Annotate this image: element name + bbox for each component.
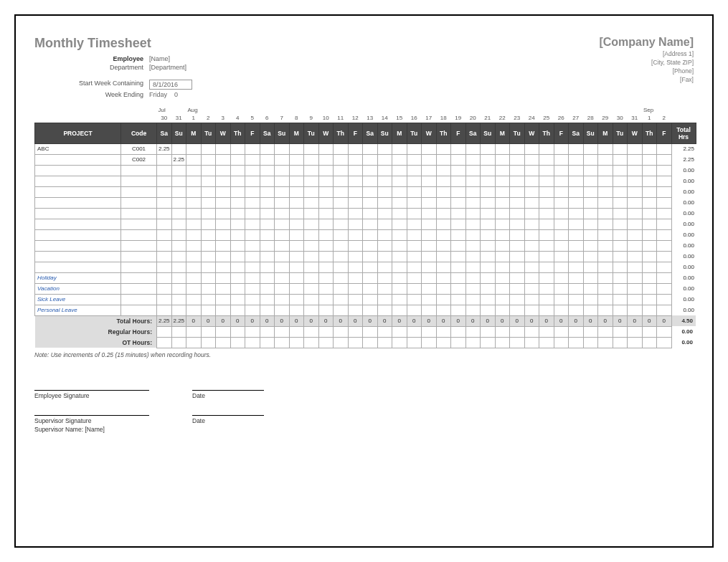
- hours-cell[interactable]: [642, 143, 657, 154]
- hours-cell[interactable]: [304, 240, 319, 251]
- hours-cell[interactable]: [363, 219, 378, 229]
- hours-cell[interactable]: [465, 165, 481, 176]
- hours-cell[interactable]: [245, 272, 260, 283]
- sum-cell[interactable]: [422, 337, 437, 348]
- hours-cell[interactable]: [539, 219, 554, 229]
- hours-cell[interactable]: [304, 294, 319, 305]
- hours-cell[interactable]: [186, 165, 202, 176]
- hours-cell[interactable]: [554, 186, 569, 197]
- hours-cell[interactable]: [524, 176, 539, 186]
- hours-cell[interactable]: [171, 229, 186, 240]
- hours-cell[interactable]: [554, 240, 569, 251]
- hours-cell[interactable]: [304, 262, 319, 272]
- hours-cell[interactable]: [642, 219, 657, 229]
- hours-cell[interactable]: [245, 283, 260, 294]
- hours-cell[interactable]: [554, 165, 569, 176]
- hours-cell[interactable]: [245, 294, 260, 305]
- hours-cell[interactable]: [157, 197, 172, 208]
- hours-cell[interactable]: [465, 154, 481, 165]
- hours-cell[interactable]: [539, 305, 554, 315]
- code-cell[interactable]: [121, 294, 157, 305]
- sum-cell[interactable]: [275, 326, 290, 337]
- hours-cell[interactable]: [613, 294, 628, 305]
- hours-cell[interactable]: [377, 294, 392, 305]
- hours-cell[interactable]: [304, 283, 319, 294]
- hours-cell[interactable]: [613, 272, 628, 283]
- project-cell[interactable]: [35, 229, 121, 240]
- hours-cell[interactable]: [569, 154, 584, 165]
- hours-cell[interactable]: [495, 176, 510, 186]
- hours-cell[interactable]: [407, 262, 422, 272]
- hours-cell[interactable]: [363, 283, 378, 294]
- hours-cell[interactable]: [334, 208, 349, 219]
- hours-cell[interactable]: [363, 262, 378, 272]
- hours-cell[interactable]: [407, 229, 422, 240]
- hours-cell[interactable]: [554, 208, 569, 219]
- hours-cell[interactable]: [465, 197, 481, 208]
- sum-cell[interactable]: [318, 337, 334, 348]
- hours-cell[interactable]: [245, 154, 260, 165]
- hours-cell[interactable]: [539, 186, 554, 197]
- hours-cell[interactable]: [510, 165, 525, 176]
- hours-cell[interactable]: [245, 208, 260, 219]
- hours-cell[interactable]: [201, 197, 216, 208]
- hours-cell[interactable]: [186, 305, 202, 315]
- hours-cell[interactable]: [436, 143, 451, 154]
- sum-cell[interactable]: [216, 337, 231, 348]
- hours-cell[interactable]: [363, 197, 378, 208]
- hours-cell[interactable]: [422, 251, 437, 262]
- project-cell[interactable]: Personal Leave: [35, 305, 121, 315]
- hours-cell[interactable]: [318, 219, 334, 229]
- hours-cell[interactable]: [481, 143, 496, 154]
- hours-cell[interactable]: [569, 186, 584, 197]
- hours-cell[interactable]: [201, 154, 216, 165]
- hours-cell[interactable]: [436, 283, 451, 294]
- hours-cell[interactable]: [628, 294, 643, 305]
- hours-cell[interactable]: [598, 219, 613, 229]
- hours-cell[interactable]: [230, 197, 245, 208]
- hours-cell[interactable]: [201, 143, 216, 154]
- hours-cell[interactable]: [260, 176, 275, 186]
- hours-cell[interactable]: [481, 165, 496, 176]
- hours-cell[interactable]: [318, 272, 334, 283]
- hours-cell[interactable]: [465, 219, 481, 229]
- hours-cell[interactable]: [451, 143, 466, 154]
- hours-cell[interactable]: [598, 294, 613, 305]
- hours-cell[interactable]: [524, 283, 539, 294]
- hours-cell[interactable]: [524, 305, 539, 315]
- hours-cell[interactable]: [275, 272, 290, 283]
- hours-cell[interactable]: [348, 283, 363, 294]
- hours-cell[interactable]: [465, 143, 481, 154]
- hours-cell[interactable]: [392, 283, 407, 294]
- hours-cell[interactable]: [304, 208, 319, 219]
- hours-cell[interactable]: [230, 143, 245, 154]
- hours-cell[interactable]: [392, 154, 407, 165]
- hours-cell[interactable]: [569, 176, 584, 186]
- hours-cell[interactable]: [348, 176, 363, 186]
- hours-cell[interactable]: [436, 272, 451, 283]
- hours-cell[interactable]: [451, 176, 466, 186]
- sum-cell[interactable]: [157, 326, 172, 337]
- hours-cell[interactable]: [157, 154, 172, 165]
- hours-cell[interactable]: [657, 283, 672, 294]
- hours-cell[interactable]: [598, 251, 613, 262]
- hours-cell[interactable]: [318, 305, 334, 315]
- project-cell[interactable]: Vacation: [35, 283, 121, 294]
- hours-cell[interactable]: [348, 305, 363, 315]
- hours-cell[interactable]: [598, 208, 613, 219]
- hours-cell[interactable]: [304, 165, 319, 176]
- hours-cell[interactable]: [275, 219, 290, 229]
- sum-cell[interactable]: [230, 337, 245, 348]
- hours-cell[interactable]: [216, 251, 231, 262]
- hours-cell[interactable]: [583, 186, 598, 197]
- sum-cell[interactable]: [628, 326, 643, 337]
- sum-cell[interactable]: [289, 337, 304, 348]
- hours-cell[interactable]: [481, 305, 496, 315]
- hours-cell[interactable]: [304, 143, 319, 154]
- hours-cell[interactable]: [275, 176, 290, 186]
- hours-cell[interactable]: [245, 165, 260, 176]
- hours-cell[interactable]: [392, 143, 407, 154]
- hours-cell[interactable]: [554, 251, 569, 262]
- hours-cell[interactable]: [377, 240, 392, 251]
- hours-cell[interactable]: [451, 219, 466, 229]
